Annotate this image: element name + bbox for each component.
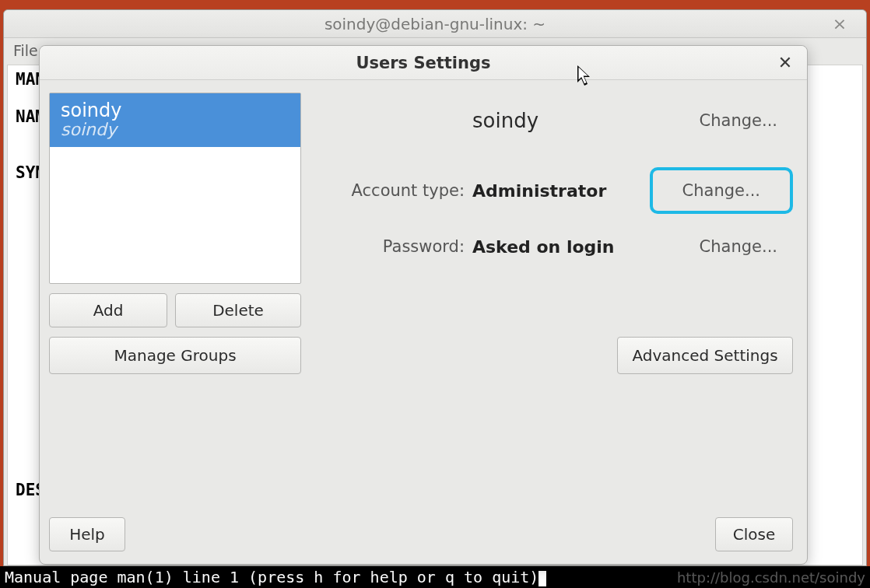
delete-button-label: Delete bbox=[212, 301, 264, 320]
terminal-titlebar: soindy@debian-gnu-linux: ~ × bbox=[4, 10, 866, 38]
add-button-label: Add bbox=[93, 301, 124, 320]
user-list-item[interactable]: soindy soindy bbox=[50, 93, 300, 147]
account-type-value: Administrator bbox=[472, 181, 650, 201]
menu-file[interactable]: File bbox=[13, 42, 38, 59]
detail-password-row: Password: Asked on login Change... bbox=[317, 219, 793, 275]
detail-name-row: soindy Change... bbox=[317, 93, 793, 149]
change-password-button[interactable]: Change... bbox=[684, 233, 793, 261]
add-user-button[interactable]: Add bbox=[49, 293, 167, 327]
dialog-body: soindy soindy Add Delete Manage Groups s… bbox=[40, 80, 807, 564]
advanced-settings-label: Advanced Settings bbox=[632, 346, 777, 365]
change-name-button[interactable]: Change... bbox=[684, 107, 793, 135]
user-list[interactable]: soindy soindy bbox=[49, 93, 301, 284]
users-settings-dialog: Users Settings ✕ soindy soindy Add Delet… bbox=[39, 45, 808, 565]
status-text: Manual page man(1) line 1 (press h for h… bbox=[5, 568, 538, 586]
status-cursor bbox=[538, 571, 546, 586]
manage-groups-button[interactable]: Manage Groups bbox=[49, 337, 301, 374]
manage-groups-label: Manage Groups bbox=[114, 346, 236, 365]
help-button[interactable]: Help bbox=[49, 517, 125, 551]
dialog-header: Users Settings ✕ bbox=[40, 46, 807, 80]
help-button-label: Help bbox=[69, 525, 105, 544]
close-button[interactable]: Close bbox=[715, 517, 793, 551]
close-button-label: Close bbox=[733, 525, 775, 544]
detail-username: soindy bbox=[472, 109, 684, 132]
dialog-title: Users Settings bbox=[356, 54, 490, 72]
password-label: Password: bbox=[317, 237, 472, 256]
account-type-label: Account type: bbox=[317, 181, 472, 200]
detail-account-type-row: Account type: Administrator Change... bbox=[317, 163, 793, 219]
terminal-close-button[interactable]: × bbox=[824, 10, 855, 38]
terminal-title: soindy@debian-gnu-linux: ~ bbox=[324, 15, 546, 33]
dialog-close-button[interactable]: ✕ bbox=[771, 49, 799, 77]
user-login-name: soindy bbox=[61, 120, 289, 139]
change-account-type-button[interactable]: Change... bbox=[650, 167, 793, 214]
user-display-name: soindy bbox=[61, 100, 289, 121]
user-detail-panel: soindy Change... Account type: Administr… bbox=[317, 93, 793, 275]
terminal-statusbar: Manual page man(1) line 1 (press h for h… bbox=[0, 566, 870, 588]
delete-user-button[interactable]: Delete bbox=[175, 293, 301, 327]
advanced-settings-button[interactable]: Advanced Settings bbox=[617, 337, 793, 374]
watermark-url: http://blog.csdn.net/soindy bbox=[677, 569, 865, 586]
password-value: Asked on login bbox=[472, 237, 684, 257]
